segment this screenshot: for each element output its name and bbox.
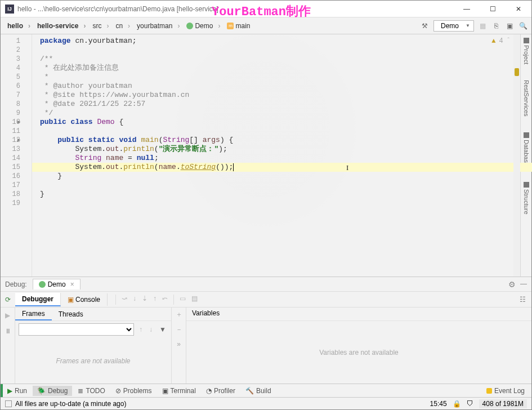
- crumb-demo-label: Demo: [195, 22, 213, 30]
- tab-variables[interactable]: Variables: [186, 308, 531, 321]
- tab-todo[interactable]: ≣TODO: [73, 386, 109, 396]
- filter-icon[interactable]: ▼: [158, 326, 168, 333]
- tab-problems[interactable]: ⊘Problems: [111, 386, 157, 396]
- status-message: All files are up-to-date (a minute ago): [15, 400, 126, 408]
- gutter[interactable]: 12345678910▶1112▶13141516171819: [1, 34, 32, 277]
- close-tab-icon[interactable]: ×: [70, 280, 74, 288]
- remove-watch-icon[interactable]: －: [176, 325, 182, 335]
- debug-title: Debug:: [5, 280, 27, 288]
- project-icon: [524, 38, 529, 43]
- resume-icon[interactable]: ▶: [5, 308, 10, 323]
- tab-run[interactable]: ▶Run: [3, 386, 32, 396]
- editor[interactable]: 12345678910▶1112▶13141516171819 ▲ 4 ˆ ˇ …: [1, 34, 520, 277]
- run-to-cursor-icon[interactable]: ▭: [180, 295, 186, 305]
- warning-count: 4: [499, 37, 503, 46]
- class-icon: [186, 23, 193, 29]
- variables-empty-text: Variables are not available: [186, 321, 531, 384]
- problems-icon: ⊘: [115, 387, 121, 395]
- lock-icon[interactable]: 🔒: [453, 400, 461, 408]
- inspection-indicator[interactable]: ⛉: [467, 400, 473, 408]
- debug-config-label: Demo: [48, 280, 66, 288]
- class-icon: [39, 281, 46, 288]
- chevron-down-icon: ▼: [466, 23, 470, 28]
- crumb-cn[interactable]: cn: [112, 21, 133, 31]
- thread-dump-icon[interactable]: ☷: [520, 296, 526, 304]
- search-icon[interactable]: 🔍: [518, 21, 528, 31]
- tool-project[interactable]: Project: [523, 38, 530, 64]
- run-icon: ▶: [7, 387, 12, 395]
- maximize-button[interactable]: ☐: [480, 1, 506, 17]
- build-icon[interactable]: ⚒: [420, 21, 430, 31]
- crumb-src[interactable]: src: [89, 21, 112, 31]
- terminal-icon: ▣: [162, 387, 168, 395]
- drop-frame-icon[interactable]: ⤺: [162, 295, 168, 305]
- close-button[interactable]: ✕: [506, 1, 531, 17]
- title-bar: IJ hello - ...\hello-service\src\cn\your…: [1, 1, 531, 17]
- status-bar: All files are up-to-date (a minute ago) …: [1, 397, 531, 409]
- tab-build[interactable]: 🔨Build: [241, 386, 276, 396]
- force-step-into-icon[interactable]: ⇣: [142, 295, 147, 305]
- right-tool-rail: Project RestServices Database Structure: [520, 34, 531, 277]
- text-cursor-icon: I: [346, 163, 348, 172]
- debug-icon: 🪲: [37, 387, 46, 395]
- attach-icon[interactable]: ⎘: [491, 21, 501, 31]
- step-into-icon[interactable]: ↓: [133, 295, 136, 305]
- window-title: hello - ...\hello-service\src\cn\yourbat…: [17, 5, 218, 13]
- nav-bar: hello hello-service src cn yourbatman De…: [1, 17, 531, 34]
- rerun-icon[interactable]: ⟳: [5, 292, 11, 308]
- more-icon[interactable]: »: [177, 340, 181, 348]
- memory-indicator[interactable]: 408 of 1981M: [479, 399, 527, 408]
- warning-icon: ▲: [491, 37, 495, 46]
- chevron-up-icon: ˆ: [507, 37, 511, 46]
- code-area[interactable]: ▲ 4 ˆ ˇ I package cn.yourbatman;/** * 在此…: [32, 34, 520, 277]
- tab-terminal[interactable]: ▣Terminal: [158, 386, 200, 396]
- tab-debugger[interactable]: Debugger: [15, 293, 61, 306]
- prev-frame-icon[interactable]: ↑: [137, 326, 144, 333]
- structure-icon: [524, 182, 529, 188]
- crumb-hello-service[interactable]: hello-service: [34, 21, 89, 31]
- build-icon: 🔨: [245, 387, 254, 395]
- add-watch-icon[interactable]: ＋: [176, 310, 182, 319]
- todo-icon: ≣: [78, 387, 83, 395]
- crumb-main-label: main: [235, 22, 250, 30]
- frames-empty-text: Frames are not available: [15, 338, 171, 384]
- crumb-demo[interactable]: Demo: [183, 21, 223, 31]
- frames-pane: Frames Threads ↑ ↓ ▼ Frames are not avai…: [15, 308, 172, 384]
- debug-config-tab[interactable]: Demo ×: [33, 279, 81, 289]
- debug-tool-window: Debug: Demo × ⚙ ― ⟳ Debugger ▣Console ⤻: [1, 277, 531, 384]
- app-icon: IJ: [5, 5, 14, 14]
- variables-pane: Variables Variables are not available: [186, 308, 531, 384]
- tool-rest[interactable]: RestServices: [523, 80, 530, 117]
- hide-icon[interactable]: ―: [520, 280, 527, 289]
- tab-frames[interactable]: Frames: [15, 308, 52, 320]
- layout-icon[interactable]: ▣: [504, 21, 515, 31]
- step-out-icon[interactable]: ↑: [153, 295, 157, 305]
- tool-structure[interactable]: Structure: [523, 182, 530, 215]
- step-over-icon[interactable]: ⤻: [122, 295, 127, 305]
- tab-profiler[interactable]: ◔Profiler: [202, 386, 240, 396]
- tab-console[interactable]: ▣Console: [61, 293, 108, 306]
- evaluate-icon[interactable]: ▤: [191, 295, 198, 305]
- tab-threads[interactable]: Threads: [52, 309, 90, 320]
- method-icon: m: [227, 23, 234, 29]
- crumb-hello[interactable]: hello: [4, 21, 34, 31]
- thread-selector[interactable]: [19, 323, 134, 336]
- event-dot-icon: [486, 388, 492, 394]
- profiler-icon: ◔: [206, 387, 212, 395]
- tool-database[interactable]: Database: [523, 132, 530, 166]
- status-icon[interactable]: [5, 400, 12, 407]
- tab-debug[interactable]: 🪲Debug: [33, 386, 72, 396]
- crumb-main[interactable]: mmain: [223, 21, 253, 31]
- tab-event-log[interactable]: Event Log: [482, 386, 529, 396]
- scrollbar-marker: [515, 68, 519, 76]
- caret-position[interactable]: 15:45: [430, 400, 447, 408]
- pause-icon[interactable]: ⏸: [5, 323, 11, 339]
- bottom-tool-tabs: ▶Run 🪲Debug ≣TODO ⊘Problems ▣Terminal ◔P…: [1, 384, 531, 397]
- next-frame-icon[interactable]: ↓: [147, 326, 154, 333]
- minimize-button[interactable]: ―: [454, 1, 480, 17]
- vertical-scrollbar[interactable]: [513, 34, 520, 277]
- run-icon[interactable]: ▦: [477, 21, 488, 31]
- crumb-yourbatman[interactable]: yourbatman: [133, 21, 183, 31]
- run-config-selector[interactable]: Demo ▼: [433, 20, 474, 32]
- gear-icon[interactable]: ⚙: [508, 280, 516, 289]
